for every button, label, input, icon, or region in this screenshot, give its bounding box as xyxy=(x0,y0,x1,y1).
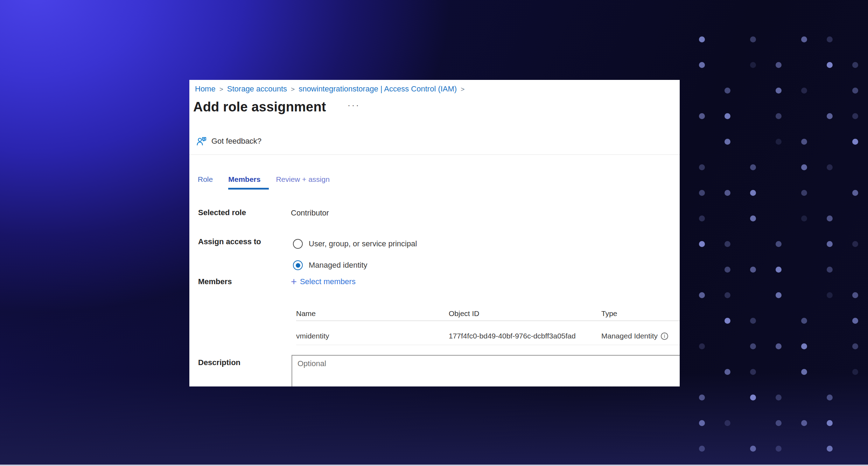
table-row-border xyxy=(296,345,680,345)
tab-members[interactable]: Members xyxy=(228,175,260,184)
radio-option-label: User, group, or service principal xyxy=(309,239,417,248)
got-feedback-link[interactable]: Got feedback? xyxy=(196,136,261,146)
breadcrumb-storage-accounts-link[interactable]: Storage accounts xyxy=(227,84,287,94)
add-role-assignment-panel: Home > Storage accounts > snowintegratio… xyxy=(189,80,680,386)
breadcrumb-separator: > xyxy=(219,85,223,93)
member-type-cell: Managed Identity i xyxy=(601,332,668,340)
plus-icon: + xyxy=(291,277,297,286)
radio-option-user-group-service-principal[interactable]: User, group, or service principal xyxy=(293,239,417,249)
description-label: Description xyxy=(198,358,240,367)
bottom-edge-strip xyxy=(0,465,868,466)
selected-role-value: Contributor xyxy=(291,208,329,218)
person-feedback-icon xyxy=(196,136,207,146)
table-header-name: Name xyxy=(296,309,316,318)
breadcrumb-separator: > xyxy=(291,85,295,93)
tab-role[interactable]: Role xyxy=(198,175,213,184)
section-divider xyxy=(189,155,680,155)
description-input[interactable] xyxy=(292,355,680,386)
info-icon[interactable]: i xyxy=(661,333,668,340)
member-type-value: Managed Identity xyxy=(601,332,658,340)
breadcrumb: Home > Storage accounts > snowintegratio… xyxy=(195,84,464,94)
selected-role-label: Selected role xyxy=(198,208,246,217)
breadcrumb-resource-iam-link[interactable]: snowintegrationstorage | Access Control … xyxy=(299,84,457,94)
table-header-border xyxy=(296,321,680,321)
member-name-cell: vmidentity xyxy=(296,332,329,340)
members-label: Members xyxy=(198,277,232,286)
radio-selected-icon[interactable] xyxy=(293,260,303,270)
ellipsis-icon[interactable]: ··· xyxy=(348,100,360,110)
selected-tab-underline xyxy=(228,188,269,190)
radio-unselected-icon[interactable] xyxy=(293,239,303,249)
tab-review-assign[interactable]: Review + assign xyxy=(276,175,330,184)
table-header-object-id: Object ID xyxy=(449,309,479,318)
page-title: Add role assignment xyxy=(193,100,326,115)
member-object-id-cell: 177f4fc0-bd49-40bf-976c-dcbff3a05fad xyxy=(449,332,576,340)
radio-option-label: Managed identity xyxy=(309,261,368,270)
pivot-tabs: Role Members Review + assign xyxy=(198,175,330,184)
radio-option-managed-identity[interactable]: Managed identity xyxy=(293,260,368,270)
got-feedback-label: Got feedback? xyxy=(211,137,261,146)
breadcrumb-home-link[interactable]: Home xyxy=(195,84,216,94)
select-members-label: Select members xyxy=(300,277,356,286)
assign-access-to-label: Assign access to xyxy=(198,237,261,246)
breadcrumb-separator: > xyxy=(461,85,464,93)
select-members-link[interactable]: + Select members xyxy=(291,277,356,286)
table-header-type: Type xyxy=(601,309,617,318)
